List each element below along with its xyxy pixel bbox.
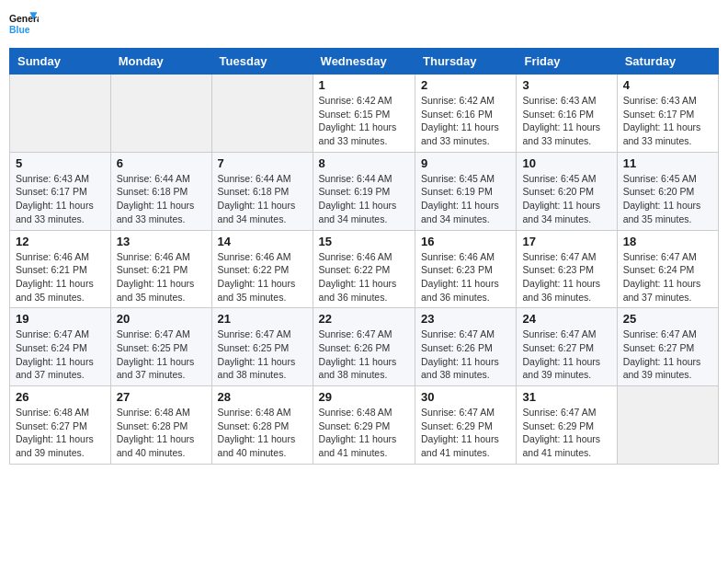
day-number: 5 [16,156,105,170]
weekday-header-sunday: Sunday [10,49,111,75]
calendar-cell [10,75,111,153]
calendar-cell: 20Sunrise: 6:47 AMSunset: 6:25 PMDayligh… [110,308,211,386]
calendar-cell: 31Sunrise: 6:47 AMSunset: 6:29 PMDayligh… [517,386,617,465]
day-number: 31 [522,390,610,404]
day-number: 4 [623,78,712,92]
day-info: Sunrise: 6:45 AMSunset: 6:20 PMDaylight:… [623,172,712,226]
calendar-cell: 27Sunrise: 6:48 AMSunset: 6:28 PMDayligh… [110,386,211,465]
day-info: Sunrise: 6:47 AMSunset: 6:24 PMDaylight:… [623,250,712,304]
calendar-cell: 10Sunrise: 6:45 AMSunset: 6:20 PMDayligh… [517,152,617,230]
day-number: 6 [117,156,206,170]
calendar-cell: 1Sunrise: 6:42 AMSunset: 6:15 PMDaylight… [313,75,415,153]
day-number: 29 [319,390,409,404]
calendar-cell [110,75,211,153]
weekday-header-monday: Monday [110,49,211,75]
day-number: 11 [623,156,712,170]
day-info: Sunrise: 6:48 AMSunset: 6:28 PMDaylight:… [117,406,206,460]
day-info: Sunrise: 6:47 AMSunset: 6:26 PMDaylight:… [421,327,510,382]
day-number: 27 [117,390,206,404]
week-row-5: 26Sunrise: 6:48 AMSunset: 6:27 PMDayligh… [10,386,719,465]
calendar-cell: 6Sunrise: 6:44 AMSunset: 6:18 PMDaylight… [110,152,211,230]
day-info: Sunrise: 6:46 AMSunset: 6:23 PMDaylight:… [421,250,510,304]
day-info: Sunrise: 6:46 AMSunset: 6:22 PMDaylight:… [218,250,307,304]
day-number: 21 [218,312,307,326]
calendar-cell: 18Sunrise: 6:47 AMSunset: 6:24 PMDayligh… [617,230,718,308]
weekday-header-friday: Friday [517,49,617,75]
day-number: 2 [421,78,510,92]
day-number: 24 [522,312,610,326]
calendar-cell: 28Sunrise: 6:48 AMSunset: 6:28 PMDayligh… [211,386,313,465]
day-number: 3 [522,78,610,92]
day-number: 13 [117,235,206,248]
day-info: Sunrise: 6:47 AMSunset: 6:29 PMDaylight:… [421,406,510,460]
calendar-cell: 21Sunrise: 6:47 AMSunset: 6:25 PMDayligh… [211,308,313,386]
day-number: 19 [16,312,105,326]
weekday-header-row: SundayMondayTuesdayWednesdayThursdayFrid… [10,49,719,75]
day-info: Sunrise: 6:47 AMSunset: 6:27 PMDaylight:… [623,327,712,382]
calendar-cell: 30Sunrise: 6:47 AMSunset: 6:29 PMDayligh… [415,386,517,465]
day-info: Sunrise: 6:44 AMSunset: 6:18 PMDaylight:… [218,172,307,226]
calendar-cell: 4Sunrise: 6:43 AMSunset: 6:17 PMDaylight… [617,75,718,153]
week-row-4: 19Sunrise: 6:47 AMSunset: 6:24 PMDayligh… [10,308,719,386]
day-number: 17 [522,235,610,248]
day-info: Sunrise: 6:48 AMSunset: 6:28 PMDaylight:… [218,406,307,460]
day-info: Sunrise: 6:45 AMSunset: 6:20 PMDaylight:… [522,172,610,226]
weekday-header-tuesday: Tuesday [211,49,313,75]
calendar-cell: 5Sunrise: 6:43 AMSunset: 6:17 PMDaylight… [10,152,111,230]
day-info: Sunrise: 6:42 AMSunset: 6:16 PMDaylight:… [421,94,510,148]
day-info: Sunrise: 6:48 AMSunset: 6:27 PMDaylight:… [16,406,105,460]
day-number: 1 [319,78,409,92]
calendar-cell: 16Sunrise: 6:46 AMSunset: 6:23 PMDayligh… [415,230,517,308]
calendar-cell: 11Sunrise: 6:45 AMSunset: 6:20 PMDayligh… [617,152,718,230]
calendar-cell [617,386,718,465]
calendar-cell: 8Sunrise: 6:44 AMSunset: 6:19 PMDaylight… [313,152,415,230]
day-info: Sunrise: 6:46 AMSunset: 6:21 PMDaylight:… [117,250,206,304]
svg-text:Blue: Blue [9,25,30,35]
day-info: Sunrise: 6:47 AMSunset: 6:27 PMDaylight:… [522,327,610,382]
calendar-cell: 12Sunrise: 6:46 AMSunset: 6:21 PMDayligh… [10,230,111,308]
calendar-cell: 13Sunrise: 6:46 AMSunset: 6:21 PMDayligh… [110,230,211,308]
day-info: Sunrise: 6:47 AMSunset: 6:24 PMDaylight:… [16,327,105,382]
day-info: Sunrise: 6:46 AMSunset: 6:22 PMDaylight:… [319,250,409,304]
logo: General Blue [9,9,39,39]
day-number: 23 [421,312,510,326]
day-info: Sunrise: 6:43 AMSunset: 6:17 PMDaylight:… [623,94,712,148]
day-info: Sunrise: 6:46 AMSunset: 6:21 PMDaylight:… [16,250,105,304]
day-info: Sunrise: 6:44 AMSunset: 6:19 PMDaylight:… [319,172,409,226]
day-number: 9 [421,156,510,170]
calendar-table: SundayMondayTuesdayWednesdayThursdayFrid… [9,48,719,465]
day-info: Sunrise: 6:47 AMSunset: 6:29 PMDaylight:… [522,406,610,460]
weekday-header-thursday: Thursday [415,49,517,75]
calendar-cell: 29Sunrise: 6:48 AMSunset: 6:29 PMDayligh… [313,386,415,465]
calendar-cell [211,75,313,153]
calendar-cell: 14Sunrise: 6:46 AMSunset: 6:22 PMDayligh… [211,230,313,308]
day-info: Sunrise: 6:44 AMSunset: 6:18 PMDaylight:… [117,172,206,226]
day-number: 30 [421,390,510,404]
day-info: Sunrise: 6:47 AMSunset: 6:26 PMDaylight:… [319,327,409,382]
day-number: 10 [522,156,610,170]
calendar-cell: 26Sunrise: 6:48 AMSunset: 6:27 PMDayligh… [10,386,111,465]
day-number: 12 [16,235,105,248]
week-row-2: 5Sunrise: 6:43 AMSunset: 6:17 PMDaylight… [10,152,719,230]
day-number: 25 [623,312,712,326]
day-info: Sunrise: 6:45 AMSunset: 6:19 PMDaylight:… [421,172,510,226]
day-number: 20 [117,312,206,326]
day-number: 18 [623,235,712,248]
week-row-3: 12Sunrise: 6:46 AMSunset: 6:21 PMDayligh… [10,230,719,308]
calendar-body: 1Sunrise: 6:42 AMSunset: 6:15 PMDaylight… [10,75,719,465]
day-info: Sunrise: 6:42 AMSunset: 6:15 PMDaylight:… [319,94,409,148]
day-info: Sunrise: 6:43 AMSunset: 6:17 PMDaylight:… [16,172,105,226]
calendar-cell: 23Sunrise: 6:47 AMSunset: 6:26 PMDayligh… [415,308,517,386]
day-number: 26 [16,390,105,404]
day-number: 28 [218,390,307,404]
calendar-cell: 24Sunrise: 6:47 AMSunset: 6:27 PMDayligh… [517,308,617,386]
day-number: 8 [319,156,409,170]
weekday-header-saturday: Saturday [617,49,718,75]
day-number: 16 [421,235,510,248]
calendar-cell: 3Sunrise: 6:43 AMSunset: 6:16 PMDaylight… [517,75,617,153]
day-number: 14 [218,235,307,248]
weekday-header-wednesday: Wednesday [313,49,415,75]
day-number: 15 [319,235,409,248]
week-row-1: 1Sunrise: 6:42 AMSunset: 6:15 PMDaylight… [10,75,719,153]
calendar-cell: 7Sunrise: 6:44 AMSunset: 6:18 PMDaylight… [211,152,313,230]
